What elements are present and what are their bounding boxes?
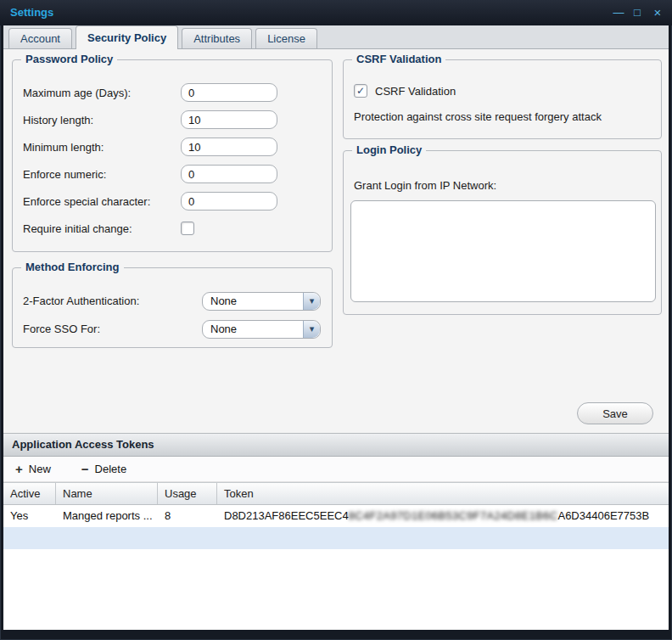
- csrf-validation-checkbox[interactable]: ✓: [354, 84, 367, 98]
- minimize-icon[interactable]: —: [611, 0, 626, 25]
- enforce-special-label: Enforce special character:: [23, 195, 181, 208]
- column-header-active[interactable]: Active: [3, 483, 56, 504]
- method-enforcing-legend: Method Enforcing: [21, 261, 124, 274]
- token-end: A6D34406E7753B: [557, 505, 649, 527]
- maximum-age-row: Maximum age (Days):: [23, 79, 322, 106]
- tab-license[interactable]: License: [255, 28, 317, 48]
- column-header-name[interactable]: Name: [56, 483, 158, 504]
- two-factor-select[interactable]: None ▾: [202, 292, 321, 311]
- token-masked-segment: 8C4F2A97D1E06B53C9F7A24D8E1B6C: [349, 505, 558, 527]
- check-icon: ✓: [356, 85, 365, 97]
- force-sso-label: Force SSO For:: [23, 323, 202, 335]
- grant-login-label: Grant Login from IP Network:: [354, 179, 496, 192]
- titlebar[interactable]: Settings — □ ×: [0, 0, 672, 25]
- enforce-numeric-label: Enforce numeric:: [23, 168, 181, 181]
- password-policy-legend: Password Policy: [21, 53, 117, 66]
- method-enforcing-group: Method Enforcing 2-Factor Authentication…: [12, 267, 333, 348]
- cell-usage: 8: [158, 505, 217, 527]
- tab-security-policy[interactable]: Security Policy: [76, 25, 178, 49]
- maximize-icon[interactable]: □: [630, 0, 645, 25]
- history-length-row: History length:: [23, 106, 322, 133]
- login-policy-legend: Login Policy: [352, 143, 426, 157]
- table-filler: [3, 549, 669, 630]
- minimum-length-label: Minimum length:: [23, 141, 181, 154]
- maximum-age-input[interactable]: [181, 83, 277, 102]
- login-policy-group: Login Policy Grant Login from IP Network…: [343, 150, 662, 315]
- column-header-token[interactable]: Token: [217, 483, 669, 504]
- two-factor-label: 2-Factor Authentication:: [23, 295, 202, 307]
- force-sso-select[interactable]: None ▾: [202, 320, 321, 339]
- plus-icon: +: [15, 463, 23, 475]
- enforce-numeric-input[interactable]: [181, 165, 277, 183]
- tokens-table-header: Active Name Usage Token: [3, 482, 669, 505]
- enforce-special-input[interactable]: [181, 192, 277, 211]
- force-sso-row: Force SSO For: None ▾: [23, 315, 322, 343]
- settings-window: Settings — □ × Account Security Policy A…: [0, 0, 672, 640]
- empty-stripe-row: [3, 527, 669, 549]
- tab-account[interactable]: Account: [8, 28, 72, 48]
- tokens-toolbar: + New − Delete: [3, 457, 669, 482]
- save-button[interactable]: Save: [577, 402, 653, 424]
- window-body: Account Security Policy Attributes Licen…: [3, 25, 669, 630]
- history-length-label: History length:: [23, 114, 181, 126]
- two-factor-row: 2-Factor Authentication: None ▾: [23, 287, 322, 315]
- csrf-description: Protection against cross site request fo…: [354, 110, 602, 123]
- force-sso-value: None: [210, 321, 237, 338]
- tokens-section-header: Application Access Tokens: [3, 433, 669, 457]
- csrf-validation-legend: CSRF Validation: [352, 53, 445, 66]
- chevron-down-icon: ▾: [303, 293, 320, 310]
- minimum-length-input[interactable]: [181, 138, 277, 156]
- cell-name: Manged reports ...: [56, 505, 158, 527]
- minus-icon: −: [81, 463, 89, 475]
- tab-attributes[interactable]: Attributes: [182, 28, 252, 48]
- tab-bar: Account Security Policy Attributes Licen…: [3, 25, 669, 49]
- new-token-label: New: [29, 463, 51, 475]
- csrf-checkbox-label: CSRF Validation: [375, 85, 456, 98]
- require-initial-change-row: Require initial change: ✓: [23, 215, 322, 242]
- grant-login-textarea[interactable]: [350, 200, 656, 302]
- close-icon[interactable]: ×: [650, 0, 665, 25]
- two-factor-value: None: [210, 293, 237, 310]
- enforce-numeric-row: Enforce numeric:: [23, 160, 322, 188]
- maximum-age-label: Maximum age (Days):: [23, 87, 181, 99]
- delete-token-button[interactable]: − Delete: [81, 463, 126, 475]
- token-start: D8D213AF86EEC5EEC4: [224, 505, 349, 527]
- require-initial-change-label: Require initial change:: [23, 222, 181, 235]
- require-initial-change-checkbox[interactable]: ✓: [181, 222, 194, 235]
- minimum-length-row: Minimum length:: [23, 133, 322, 160]
- new-token-button[interactable]: + New: [15, 463, 51, 475]
- password-policy-group: Password Policy Maximum age (Days): Hist…: [12, 59, 333, 252]
- window-title: Settings: [10, 0, 53, 25]
- history-length-input[interactable]: [181, 110, 277, 129]
- cell-token: D8D213AF86EEC5EEC4 8C4F2A97D1E06B53C9F7A…: [217, 505, 669, 527]
- csrf-validation-group: CSRF Validation ✓ CSRF Validation Protec…: [343, 59, 662, 139]
- column-header-usage[interactable]: Usage: [158, 483, 217, 504]
- chevron-down-icon: ▾: [303, 321, 320, 338]
- delete-token-label: Delete: [95, 463, 127, 475]
- table-row[interactable]: Yes Manged reports ... 8 D8D213AF86EEC5E…: [3, 505, 669, 527]
- cell-active: Yes: [3, 505, 56, 527]
- enforce-special-row: Enforce special character:: [23, 188, 322, 215]
